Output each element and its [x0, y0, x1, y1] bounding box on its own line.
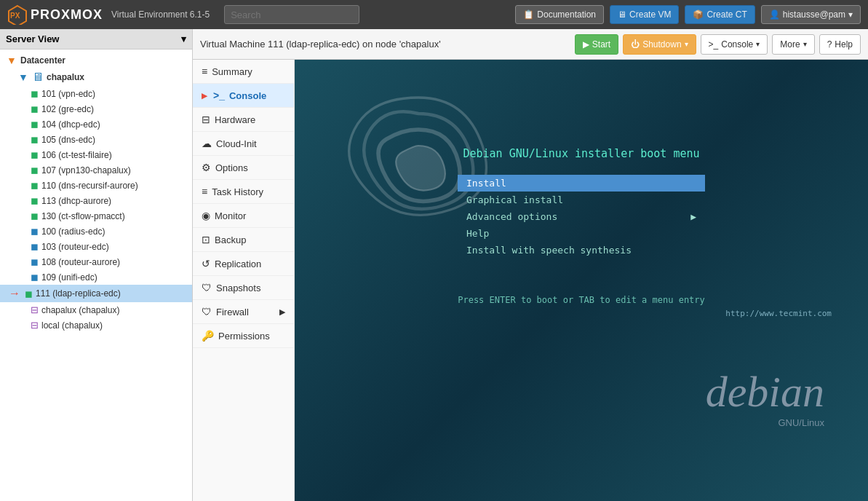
options-label: Options: [215, 162, 248, 173]
summary-label: Summary: [212, 66, 252, 77]
menu-item-hardware[interactable]: ⊟ Hardware: [193, 108, 294, 132]
shutdown-dropdown-icon: ▾: [685, 40, 688, 48]
start-button[interactable]: ▶ Start: [575, 34, 618, 55]
node-expand-icon: ▼: [17, 71, 29, 83]
server-view-header[interactable]: Server View ▾: [0, 29, 192, 50]
tree-item-107[interactable]: ◼ 107 (vpn130-chapalux): [0, 162, 192, 178]
vm-105-label: 105 (dns-edc): [41, 135, 95, 145]
tree-item-103[interactable]: ◼ 103 (routeur-edc): [0, 239, 192, 254]
task-history-icon: ≡: [202, 186, 207, 197]
menu-item-summary[interactable]: ≡ Summary: [193, 60, 294, 84]
tree-item-101[interactable]: ◼ 101 (vpn-edc): [0, 86, 192, 101]
vm-108-icon: ◼: [31, 256, 39, 267]
menu-item-snapshots[interactable]: 🛡 Snapshots: [193, 276, 294, 300]
menu-item-permissions[interactable]: 🔑 Permissions: [193, 324, 294, 348]
boot-item-graphical[interactable]: Graphical install: [458, 192, 705, 208]
tree-item-110[interactable]: ◼ 110 (dns-recursif-aurore): [0, 178, 192, 193]
storage-chapalux-label: chapalux (chapalux): [41, 305, 119, 315]
menu-item-replication[interactable]: ↺ Replication: [193, 252, 294, 276]
backup-icon: ⊡: [202, 234, 210, 245]
menu-item-cloud-init[interactable]: ☁ Cloud-Init: [193, 132, 294, 156]
server-view-label: Server View: [6, 33, 59, 44]
tree-item-105[interactable]: ◼ 105 (dns-edc): [0, 132, 192, 147]
storage-chapalux-icon: ⊟: [31, 304, 39, 315]
vm-109-label: 109 (unifi-edc): [41, 272, 97, 283]
vm-106-icon: ◼: [31, 149, 39, 160]
console-content: Debian GNU/Linux installer boot menu Ins…: [295, 60, 868, 501]
tree-item-130[interactable]: ◼ 130 (ct-sflow-pmacct): [0, 208, 192, 224]
vm-113-label: 113 (dhcp-aurore): [41, 196, 111, 206]
play-icon: ▶: [583, 39, 589, 50]
boot-item-speech[interactable]: Install with speech synthesis: [458, 242, 705, 259]
snapshots-icon: 🛡: [202, 282, 212, 293]
help-button[interactable]: ? Help: [819, 34, 861, 55]
console-area[interactable]: debian GNU/Linux Debian GNU/Linux instal…: [295, 60, 868, 501]
graphical-install-label: Graphical install: [466, 194, 563, 205]
console-label: Console: [229, 90, 266, 101]
cloud-icon: ☁: [202, 138, 212, 149]
vm-109-icon: ◼: [31, 272, 39, 283]
monitor-menu-icon: ◉: [202, 210, 210, 221]
vm-105-icon: ◼: [31, 134, 39, 145]
tree-area: ▼ Datacenter ▼ 🖥 chapalux ◼ 101 (vpn-edc…: [0, 50, 192, 501]
tree-item-datacenter[interactable]: ▼ Datacenter: [0, 52, 192, 68]
menu-item-options[interactable]: ⚙ Options: [193, 156, 294, 180]
permissions-icon: 🔑: [202, 330, 214, 342]
menu-item-console[interactable]: >_ Console: [193, 84, 294, 108]
boot-item-help[interactable]: Help: [458, 225, 705, 242]
toolbar-title: Virtual Machine 111 (ldap-replica-edc) o…: [200, 39, 570, 50]
vm-110-icon: ◼: [31, 180, 39, 191]
tree-item-111[interactable]: → ◼ 111 (ldap-replica-edc): [0, 285, 192, 302]
vm-107-label: 107 (vpn130-chapalux): [41, 165, 131, 175]
vm-108-label: 108 (routeur-aurore): [41, 257, 120, 267]
tree-item-chapalux[interactable]: ▼ 🖥 chapalux: [0, 68, 192, 86]
menu-item-firewall[interactable]: 🛡 Firewall ▶: [193, 300, 294, 324]
tree-item-chapalux-storage[interactable]: ⊟ chapalux (chapalux): [0, 302, 192, 317]
firewall-icon: 🛡: [202, 306, 212, 317]
right-panel: Virtual Machine 111 (ldap-replica-edc) o…: [193, 29, 868, 501]
more-button[interactable]: More ▾: [772, 34, 814, 55]
snapshots-label: Snapshots: [216, 283, 260, 293]
vm-104-icon: ◼: [31, 119, 39, 130]
tree-item-108[interactable]: ◼ 108 (routeur-aurore): [0, 254, 192, 269]
tree-item-109[interactable]: ◼ 109 (unifi-edc): [0, 269, 192, 285]
help-icon: ?: [827, 39, 832, 50]
vm-101-label: 101 (vpn-edc): [41, 89, 95, 99]
menu-item-task-history[interactable]: ≡ Task History: [193, 180, 294, 204]
menu-item-backup[interactable]: ⊡ Backup: [193, 228, 294, 252]
console-button[interactable]: >_ Console ▾: [701, 34, 768, 55]
svg-text:PX: PX: [10, 12, 20, 20]
content-area: ≡ Summary >_ Console ⊟ Hardware ☁ Cloud-…: [193, 60, 868, 501]
vm-104-label: 104 (dhcp-edc): [41, 119, 100, 130]
vm-102-label: 102 (gre-edc): [41, 104, 94, 114]
vm-111-icon: ◼: [25, 288, 33, 299]
permissions-label: Permissions: [218, 331, 270, 342]
tree-item-local-storage[interactable]: ⊟ local (chapalux): [0, 317, 192, 333]
logo-area: PX PROXMOX Virtual Environment 6.1-5: [7, 4, 210, 25]
vm-107-icon: ◼: [31, 165, 39, 175]
create-ct-button[interactable]: 📦 Create CT: [685, 5, 754, 24]
version-label: Virtual Environment 6.1-5: [111, 9, 210, 20]
user-menu-button[interactable]: 👤 histausse@pam ▾: [761, 5, 861, 24]
documentation-button[interactable]: 📋 Documentation: [515, 5, 604, 24]
vm-103-label: 103 (routeur-edc): [41, 242, 109, 252]
more-dropdown-icon: ▾: [803, 40, 807, 48]
search-input[interactable]: [224, 5, 359, 24]
tree-item-102[interactable]: ◼ 102 (gre-edc): [0, 101, 192, 117]
left-panel: Server View ▾ ▼ Datacenter ▼ 🖥 chapalux …: [0, 29, 193, 501]
vm-102-icon: ◼: [31, 103, 39, 114]
tree-item-106[interactable]: ◼ 106 (ct-test-filaire): [0, 147, 192, 162]
menu-item-monitor[interactable]: ◉ Monitor: [193, 204, 294, 228]
create-vm-button[interactable]: 🖥 Create VM: [610, 5, 679, 24]
tree-item-100[interactable]: ◼ 100 (radius-edc): [0, 224, 192, 239]
power-icon: ⏻: [631, 39, 640, 50]
shutdown-button[interactable]: ⏻ Shutdown ▾: [623, 34, 696, 55]
tree-item-113[interactable]: ◼ 113 (dhcp-aurore): [0, 193, 192, 208]
boot-item-advanced[interactable]: Advanced options ▶: [458, 208, 705, 225]
monitor-icon: 🖥: [618, 9, 626, 20]
boot-item-install[interactable]: Install: [458, 175, 705, 192]
vm-130-icon: ◼: [31, 210, 39, 221]
tree-item-104[interactable]: ◼ 104 (dhcp-edc): [0, 117, 192, 132]
vm-106-label: 106 (ct-test-filaire): [41, 150, 112, 160]
user-icon: 👤: [769, 9, 780, 20]
